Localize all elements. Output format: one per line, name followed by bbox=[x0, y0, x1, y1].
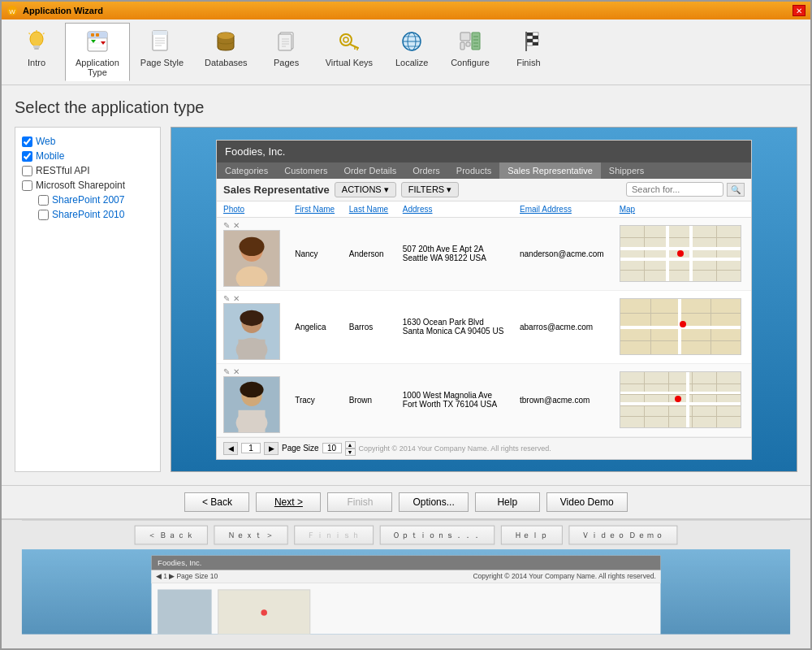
cell-map-3 bbox=[613, 363, 751, 436]
nav-products[interactable]: Products bbox=[448, 162, 499, 179]
cell-address-1: 507 20th Ave E Apt 2ASeattle WA 98122 US… bbox=[396, 217, 513, 290]
toolbar-databases[interactable]: Databases bbox=[194, 23, 258, 81]
person-photo-3 bbox=[223, 376, 280, 433]
sidebar-item-web[interactable]: Web bbox=[22, 134, 153, 149]
options-button[interactable]: Options... bbox=[399, 492, 468, 512]
svg-rect-65 bbox=[238, 339, 265, 358]
app-header: Foodies, Inc. bbox=[217, 141, 751, 162]
page-number-input[interactable] bbox=[241, 443, 261, 453]
col-header-email[interactable]: Email Address bbox=[513, 202, 613, 218]
nav-customers[interactable]: Customers bbox=[276, 162, 335, 179]
help-button-2[interactable]: Ｈｅｌｐ bbox=[500, 526, 562, 545]
delete-icon[interactable]: ✕ bbox=[233, 221, 240, 230]
second-person-photo bbox=[158, 590, 211, 635]
svg-text:W: W bbox=[9, 8, 15, 15]
app-nav: Categories Customers Order Details Order… bbox=[217, 162, 751, 179]
second-content bbox=[151, 583, 660, 635]
edit-icon[interactable]: ✎ bbox=[223, 367, 230, 376]
table-row: ✎ ✕ bbox=[217, 290, 751, 363]
sidebar-label-restful: RESTful API bbox=[36, 165, 90, 176]
nav-orders[interactable]: Orders bbox=[404, 162, 448, 179]
toolbar-app-type-label: ApplicationType bbox=[76, 58, 119, 77]
page-size-up[interactable]: ▲ bbox=[345, 441, 356, 448]
page-size-input[interactable] bbox=[322, 443, 342, 453]
toolbar-pages[interactable]: Pages bbox=[258, 23, 315, 81]
sidebar-item-restful[interactable]: RESTful API bbox=[22, 163, 153, 178]
sidebar-label-sharepoint: Microsoft Sharepoint bbox=[36, 180, 125, 191]
delete-icon[interactable]: ✕ bbox=[233, 294, 240, 303]
delete-icon[interactable]: ✕ bbox=[233, 367, 240, 376]
app-footer: ◀ ▶ Page Size ▲ ▼ Copyright © 2014 Your … bbox=[217, 437, 751, 459]
page-size-down[interactable]: ▼ bbox=[345, 448, 356, 456]
options-button-2[interactable]: Ｏｐｔｉｏｎｓ．．． bbox=[379, 526, 495, 545]
row-actions-3: ✎ ✕ bbox=[223, 367, 282, 376]
toolbar-page-style[interactable]: Page Style bbox=[130, 23, 194, 81]
video-demo-button[interactable]: Video Demo bbox=[546, 492, 628, 512]
second-preview-inner: Foodies, Inc. ◀ 1 ▶ Page Size 10 Copyrig… bbox=[151, 556, 660, 635]
second-map bbox=[218, 590, 310, 635]
page-first-btn[interactable]: ◀ bbox=[223, 442, 238, 455]
toolbar-finish[interactable]: Finish bbox=[500, 23, 557, 81]
toolbar-intro[interactable]: Intro bbox=[8, 23, 65, 81]
nav-sales-rep[interactable]: Sales Representative bbox=[499, 162, 601, 179]
cell-email-3: tbrown@acme.com bbox=[513, 363, 613, 436]
cell-lastname-1: Anderson bbox=[343, 217, 396, 290]
sidebar-item-sp2010[interactable]: SharePoint 2010 bbox=[22, 207, 153, 222]
person-photo-1 bbox=[223, 230, 280, 287]
svg-rect-24 bbox=[279, 34, 292, 50]
cell-map-2 bbox=[613, 290, 751, 363]
svg-rect-54 bbox=[527, 42, 533, 46]
title-bar: W Application Wizard ✕ bbox=[2, 2, 810, 20]
finish-icon bbox=[514, 27, 543, 56]
help-button[interactable]: Help bbox=[475, 492, 540, 512]
svg-line-7 bbox=[43, 33, 45, 35]
actions-button[interactable]: ACTIONS ▾ bbox=[335, 182, 396, 197]
page-next-btn[interactable]: ▶ bbox=[264, 442, 279, 455]
nav-shippers[interactable]: Shippers bbox=[601, 162, 652, 179]
search-button[interactable]: 🔍 bbox=[727, 183, 745, 197]
left-sidebar: Web Mobile RESTful API Microsoft Sharepo… bbox=[15, 127, 161, 472]
second-bottom-bar: ＜ Ｂａｃｋ Ｎｅｘｔ ＞ Ｆｉｎｉｓｈ Ｏｐｔｉｏｎｓ．．． Ｈｅｌｐ Ｖｉｄ… bbox=[22, 520, 790, 549]
sidebar-label-web: Web bbox=[36, 136, 55, 147]
second-map-thumb bbox=[218, 590, 310, 635]
edit-icon[interactable]: ✎ bbox=[223, 294, 230, 303]
col-header-address[interactable]: Address bbox=[396, 202, 513, 218]
app-preview: Foodies, Inc. Categories Customers Order… bbox=[216, 140, 752, 460]
finish-button[interactable]: Finish bbox=[327, 492, 392, 512]
col-header-photo: Photo bbox=[217, 202, 288, 218]
video-demo-button-2[interactable]: Ｖｉｄｅｏ Ｄｅｍｏ bbox=[568, 526, 677, 545]
finish-button-2[interactable]: Ｆｉｎｉｓｈ bbox=[294, 526, 374, 545]
svg-rect-51 bbox=[533, 36, 538, 39]
back-button[interactable]: < Back bbox=[184, 492, 249, 512]
back-button-2[interactable]: ＜ Ｂａｃｋ bbox=[135, 526, 208, 545]
toolbar-localize[interactable]: Localize bbox=[383, 23, 440, 81]
page-title: Select the application type bbox=[15, 98, 797, 117]
col-header-firstname[interactable]: First Name bbox=[288, 202, 343, 218]
main-window: W Application Wizard ✕ Intro bbox=[0, 0, 812, 650]
svg-rect-52 bbox=[527, 39, 533, 42]
close-button[interactable]: ✕ bbox=[793, 5, 806, 16]
search-input[interactable] bbox=[626, 182, 723, 197]
nav-order-details[interactable]: Order Details bbox=[335, 162, 404, 179]
filters-button[interactable]: FILTERS ▾ bbox=[401, 182, 459, 197]
toolbar-configure[interactable]: Configure bbox=[440, 23, 500, 81]
sidebar-item-sharepoint[interactable]: Microsoft Sharepoint bbox=[22, 178, 153, 193]
cell-actions-1: ✎ ✕ bbox=[217, 217, 288, 290]
nav-categories[interactable]: Categories bbox=[217, 162, 276, 179]
next-button[interactable]: Next > bbox=[256, 492, 321, 512]
edit-icon[interactable]: ✎ bbox=[223, 221, 230, 230]
table-row: ✎ ✕ bbox=[217, 217, 751, 290]
toolbar-application-type[interactable]: ApplicationType bbox=[65, 23, 130, 81]
sidebar-item-sp2007[interactable]: SharePoint 2007 bbox=[22, 193, 153, 207]
col-header-lastname[interactable]: Last Name bbox=[343, 202, 396, 218]
svg-line-6 bbox=[29, 33, 31, 35]
map-thumbnail-1 bbox=[620, 225, 741, 282]
page-size-spinner[interactable]: ▲ ▼ bbox=[345, 441, 356, 456]
row-actions-1: ✎ ✕ bbox=[223, 221, 282, 230]
svg-rect-48 bbox=[527, 32, 533, 36]
sidebar-item-mobile[interactable]: Mobile bbox=[22, 149, 153, 163]
next-button-2[interactable]: Ｎｅｘｔ ＞ bbox=[214, 526, 287, 545]
toolbar-virtual-keys[interactable]: Virtual Keys bbox=[315, 23, 384, 81]
second-page-nav: ◀ 1 ▶ Page Size 10 bbox=[156, 573, 218, 581]
cell-lastname-3: Brown bbox=[343, 363, 396, 436]
